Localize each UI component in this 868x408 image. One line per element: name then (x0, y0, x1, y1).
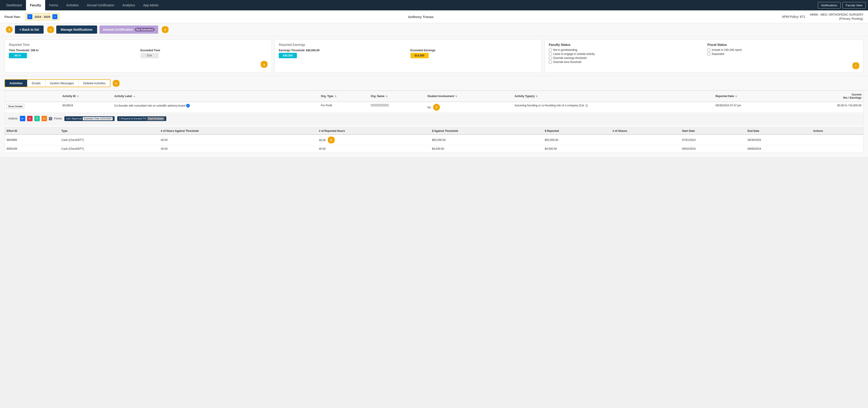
include-240-label: Include in 240-246 report (712, 48, 742, 52)
reported-earnings-card: Reported Earnings Earnings Threshold: $4… (275, 39, 542, 72)
effort-against-1: $50,000.00 (430, 135, 543, 145)
time-threshold-bar: 80 hr (9, 53, 27, 58)
activity-types-cell: Assuming founding or co-founding role of… (513, 102, 714, 113)
faculty-view-button[interactable]: Faculty View (842, 2, 866, 8)
not-goodstanding-label: Not in goodstanding (553, 48, 577, 52)
effort-start-1: 07/01/2024 (680, 135, 746, 145)
include-240-checkbox[interactable] (707, 48, 710, 52)
activity-id-value: 8419019 (62, 104, 73, 107)
fiscal-year-next[interactable]: > (53, 14, 57, 19)
effort-row-1: 8840985 Cash (Check/EFT) 40.00 40.00 b $… (5, 135, 864, 145)
actions-row: Actions: ✏ ✕ ⏱ 🏷 7 Forms: Cat I Approval… (5, 113, 864, 125)
back-to-list-button[interactable]: < Back to list (15, 26, 43, 34)
effort-col-hrs-threshold: # of Hours Against Threshold (159, 128, 317, 135)
time-threshold-label: Time Threshold: 168 hr (9, 49, 136, 52)
faculty-status-title: Faculty Status (549, 43, 701, 46)
override-time-checkbox[interactable] (549, 61, 552, 64)
manage-notifications-button[interactable]: Manage Notifications (56, 26, 97, 34)
nav-dashboard[interactable]: Dashboard (2, 0, 26, 10)
effort-shares-2 (611, 145, 680, 152)
effort-actions-1 (811, 135, 864, 145)
effort-shares-1 (611, 135, 680, 145)
nav-annual-cert[interactable]: Annual Certification (83, 0, 118, 10)
nav-forms[interactable]: Forms (45, 0, 62, 10)
effort-reported-2: $4,000.00 (543, 145, 611, 152)
action-icons-container: Actions: ✏ ✕ ⏱ 🏷 7 Forms: Cat I Approval… (6, 114, 862, 123)
actions-cell: Actions: ✏ ✕ ⏱ 🏷 7 Forms: Cat I Approval… (5, 113, 864, 125)
effort-col-against-threshold: $ Against Threshold (430, 128, 543, 135)
tab-system-messages[interactable]: System Messages (45, 80, 79, 87)
col-activity-label[interactable]: Activity Label ▲ (113, 91, 319, 102)
effort-col-type: Type (60, 128, 159, 135)
activity-label-cell: Co-founder with consultant role on scien… (113, 102, 319, 113)
fiscal-year-prev[interactable]: < (27, 14, 32, 19)
col-student-involvement[interactable]: Student Involvement ⇅ (426, 91, 513, 102)
effort-against-2: $4,000.00 (430, 145, 543, 152)
tab-activities[interactable]: Activities (5, 80, 27, 87)
not-goodstanding-checkbox[interactable] (549, 48, 552, 52)
effort-hrs-threshold-2: 40.00 (159, 145, 317, 152)
effort-col-hrs-reported: # of Reported Hours (317, 128, 430, 135)
notifications-button[interactable]: Notifications (818, 2, 841, 8)
effort-id-1: 8840985 (5, 135, 60, 145)
annual-certification-button[interactable]: Annual Certification Not Submitted (99, 26, 158, 34)
override-earnings-checkbox[interactable] (549, 57, 552, 60)
effort-col-actions: Actions (811, 128, 864, 135)
exceeded-time-label: Exceeded Time (141, 49, 268, 52)
forms-label: Forms: (54, 117, 62, 120)
tab-emails[interactable]: Emails (27, 80, 45, 87)
effort-hrs-reported-1: 40.00 b (317, 135, 430, 145)
effort-hrs-threshold-1: 40.00 (159, 135, 317, 145)
effort-type-2: Cash (Check/EFT) (60, 145, 159, 152)
col-activity-types[interactable]: Activity Type(s) ⇅ (513, 91, 714, 102)
col-activity-id[interactable]: Activity ID ⇅ (61, 91, 113, 102)
reported-earnings-title: Reported Earnings (279, 43, 537, 46)
sub-header: Fiscal Year: < 2024 - 2025 > Anthony Tra… (0, 10, 868, 23)
delete-icon[interactable]: ✕ (27, 116, 33, 121)
form-badge-label-1: Cat I Approval (66, 117, 82, 120)
tabs-container: Activities Emails System Messages Delete… (4, 79, 111, 87)
override-earnings-label: Override earnings threshold (553, 57, 587, 60)
department-info: 49068 - MED: ORTHOPEDIC SURGERY (Primary… (810, 13, 864, 21)
org-type-cell: For Profit (319, 102, 369, 113)
nav-activities[interactable]: Activities (62, 0, 83, 10)
reported-time-title: Reported Time (9, 43, 268, 46)
leave-checkbox[interactable] (549, 53, 552, 56)
nav-app-admin[interactable]: App Admin (139, 0, 163, 10)
activity-id-cell: 8419019 (61, 102, 113, 113)
hrs-earnings-cell: 80.00 hr / 54,000.00 (790, 102, 863, 113)
col-org-name[interactable]: Org. Name ⇅ (369, 91, 426, 102)
sort-activity-id: ⇅ (77, 95, 79, 98)
activity-label-value: Co-founder with consultant role on scien… (114, 104, 185, 107)
show-details-button[interactable]: Show Details (6, 104, 24, 109)
sort-org-type: ⇅ (335, 95, 336, 98)
effort-type-1: Cash (Check/EFT) (60, 135, 159, 145)
effort-actions-2 (811, 145, 864, 152)
org-name-redacted (371, 104, 389, 107)
form-cat-approval[interactable]: Cat I Approval Expiration Date 10/31/202… (64, 116, 115, 121)
col-hrs-earnings: CurrentHrs / Earnings (790, 91, 863, 102)
effort-col-id: Effort ID (5, 128, 60, 135)
show-details-cell: Show Details (5, 102, 61, 113)
nav-analytics[interactable]: Analytics (118, 0, 139, 10)
fiscal-status-title: Fiscal Status (707, 43, 859, 46)
reported-date-cell: 08/30/2024 07:47 pm (714, 102, 790, 113)
org-name-cell (369, 102, 426, 113)
fiscal-year-value: 2024 - 2025 (33, 15, 52, 19)
col-reported-date[interactable]: Reported Date ⇅ (714, 91, 790, 102)
effort-start-2: 09/02/2024 (680, 145, 746, 152)
edit-icon[interactable]: ✏ (20, 116, 25, 121)
form-exceed-th[interactable]: 1 Request to Exceed TH Dept Reviewer (117, 116, 166, 121)
sort-activity-label: ▲ (133, 95, 135, 98)
col-org-type[interactable]: Org. Type ⇅ (319, 91, 369, 102)
annotation-c: c (47, 26, 54, 33)
nav-faculty[interactable]: Faculty (26, 0, 45, 10)
info-icon[interactable]: i (186, 104, 190, 107)
effort-end-1: 06/30/2025 (746, 135, 811, 145)
fiscal-year-control: < 2024 - 2025 > (25, 13, 59, 20)
tag-icon[interactable]: 🏷 (41, 116, 47, 121)
tab-deleted-activities[interactable]: Deleted Activities (79, 80, 110, 87)
history-icon[interactable]: ⏱ (34, 116, 40, 121)
sort-activity-types: ⇅ (536, 95, 537, 98)
separated-checkbox[interactable] (707, 53, 710, 56)
